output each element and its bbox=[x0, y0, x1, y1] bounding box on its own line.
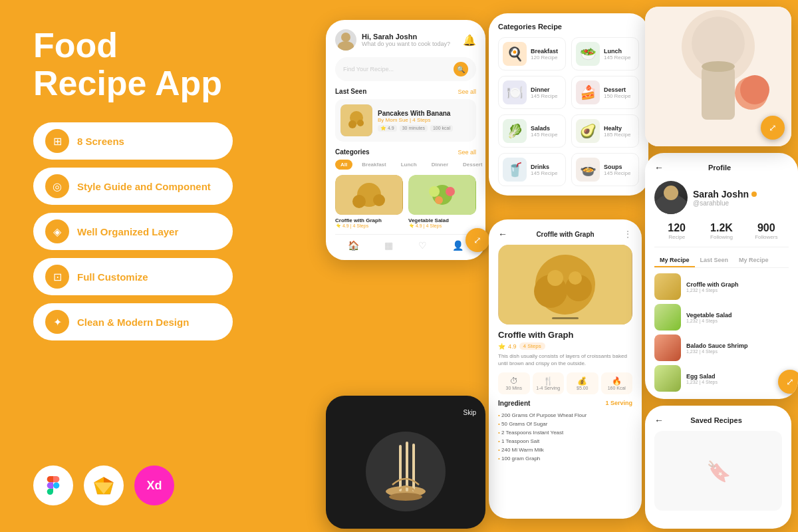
recipe-thumbnail bbox=[340, 104, 372, 136]
tab-last-seen[interactable]: Last Seen bbox=[695, 254, 734, 267]
categories-grid: 🍳 Breakfast120 Recipe 🥗 Lunch145 Recipe … bbox=[498, 37, 639, 186]
tab-dinner[interactable]: Dinner bbox=[426, 160, 454, 170]
cat-drinks-img: 🥤 bbox=[503, 158, 527, 182]
last-seen-card[interactable]: Pancakes With Banana By Mom Sue | 4 Step… bbox=[335, 99, 476, 142]
recipe-detail-name: Croffle with Graph bbox=[498, 330, 632, 340]
cat-salads[interactable]: 🥬 Salads145 Recipe bbox=[498, 114, 566, 148]
stat-followers: 900 Followers bbox=[744, 222, 789, 240]
mini-recipe-img-2 bbox=[654, 304, 681, 331]
categories-see-all[interactable]: See all bbox=[458, 149, 476, 156]
stat-time: ⏱ 30 Mins bbox=[498, 372, 530, 394]
categories-label: Categories bbox=[335, 148, 370, 156]
recipe-card-croffle[interactable]: Croffle with Graph ⭐ 4.9 | 4 Steps bbox=[335, 175, 403, 229]
back-button-detail[interactable]: ← bbox=[498, 229, 507, 239]
screen-categories: Categories Recipe 🍳 Breakfast120 Recipe … bbox=[489, 13, 648, 196]
screen-profile: ← Profile Sarah Joshn @sarahblue 120 Rec… bbox=[645, 153, 798, 399]
tab-my-recipe[interactable]: My Recipe bbox=[654, 254, 695, 267]
cat-lunch[interactable]: 🥗 Lunch145 Recipe bbox=[571, 37, 639, 70]
svg-rect-27 bbox=[399, 445, 402, 491]
time-badge: 30 minutes bbox=[400, 125, 428, 132]
back-button-saved[interactable]: ← bbox=[654, 415, 664, 426]
svg-rect-36 bbox=[702, 66, 735, 120]
cat-healthy-img: 🥑 bbox=[576, 119, 600, 143]
home-nav[interactable]: 🏠 bbox=[348, 240, 359, 251]
mini-recipe-2[interactable]: Vegetable Salad 1,232 | 4 Steps bbox=[654, 304, 789, 331]
ingredient-item: 200 Grams Of Purpose Wheat Flour bbox=[498, 411, 632, 420]
tab-lunch[interactable]: Lunch bbox=[396, 160, 422, 170]
onboarding-image bbox=[335, 423, 476, 519]
categories-tabs: All Breakfast Lunch Dinner Dessert bbox=[335, 160, 476, 170]
rating-badge: ⭐ 4.9 bbox=[378, 125, 397, 132]
tab-my-recipe2[interactable]: My Recipe bbox=[733, 254, 774, 267]
notification-icon[interactable]: 🔔 bbox=[463, 34, 476, 47]
ingredient-item: 2 Teaspoons Instant Yeast bbox=[498, 428, 632, 437]
app-title: Food Recipe App bbox=[33, 27, 286, 102]
detail-stats: ⏱ 30 Mins 🍴 1-4 Serving 💰 $5.00 🔥 160 Kc… bbox=[498, 372, 632, 394]
tab-all[interactable]: All bbox=[335, 160, 352, 170]
cat-drinks[interactable]: 🥤 Drinks145 Recipe bbox=[498, 153, 566, 186]
screen-detail: ← Croffle with Graph ⋮ Croffle with Grap… bbox=[489, 219, 642, 519]
feature-screens: ⊞ 8 Screens bbox=[33, 122, 233, 160]
saved-title: Saved Recipes bbox=[664, 416, 769, 424]
profile-nav[interactable]: 👤 bbox=[452, 240, 464, 251]
search-button[interactable]: 🔍 bbox=[454, 62, 468, 76]
online-indicator bbox=[751, 192, 757, 197]
categories-title: Categories Recipe bbox=[498, 23, 639, 31]
style-icon: ◎ bbox=[45, 174, 69, 198]
skip-button[interactable]: Skip bbox=[335, 409, 476, 416]
detail-rating: ⭐ 4.9 4 Steps bbox=[498, 342, 632, 350]
svg-point-32 bbox=[664, 186, 678, 200]
customize-icon: ⊡ bbox=[45, 265, 69, 289]
saved-content-area: 🔖 bbox=[654, 431, 782, 511]
profile-username: @sarahblue bbox=[693, 200, 757, 207]
screen-home: Hi, Sarah Joshn What do you want to cook… bbox=[326, 20, 485, 260]
heart-nav[interactable]: ♡ bbox=[418, 240, 427, 251]
cat-dinner[interactable]: 🍽️ Dinner145 Recipe bbox=[498, 76, 566, 109]
ingredient-list: 200 Grams Of Purpose Wheat Flour 50 Gram… bbox=[498, 411, 632, 463]
features-list: ⊞ 8 Screens ◎ Style Guide and Component … bbox=[33, 122, 286, 340]
stat-serving: 🍴 1-4 Serving bbox=[533, 372, 565, 394]
cat-soups[interactable]: 🍲 Soups145 Recipe bbox=[571, 153, 639, 186]
recipe-grid: Croffle with Graph ⭐ 4.9 | 4 Steps Veget… bbox=[335, 175, 476, 229]
ingredient-item: 100 gram Graph bbox=[498, 454, 632, 463]
right-panel: Hi, Sarah Joshn What do you want to cook… bbox=[319, 0, 798, 532]
grid-nav[interactable]: ▦ bbox=[384, 240, 393, 251]
stat-kcal: 🔥 160 Kcal bbox=[601, 372, 633, 394]
profile-name: Sarah Joshn bbox=[693, 189, 749, 200]
profile-user: Sarah Joshn @sarahblue bbox=[654, 181, 789, 214]
tool-icons: Xd bbox=[33, 466, 286, 505]
cat-dinner-img: 🍽️ bbox=[503, 80, 527, 104]
recipe-info: Pancakes With Banana By Mom Sue | 4 Step… bbox=[378, 110, 453, 132]
cat-dessert[interactable]: 🍰 Dessert150 Recipe bbox=[571, 76, 639, 109]
detail-description: This dish usually consists of layers of … bbox=[498, 352, 632, 367]
cat-salads-img: 🥬 bbox=[503, 119, 527, 143]
expand-button-home[interactable]: ⤢ bbox=[466, 228, 489, 252]
ingredient-item: 50 Grams Of Sugar bbox=[498, 420, 632, 428]
svg-point-8 bbox=[348, 120, 356, 128]
recipe-card-salad[interactable]: Vegetable Salad ⭐ 4.9 | 4 Steps bbox=[408, 175, 476, 229]
profile-stats: 120 Recipe 1.2K Following 900 Followers bbox=[654, 222, 789, 247]
search-bar[interactable]: Find Your Recipe... 🔍 bbox=[335, 57, 476, 81]
profile-title: Profile bbox=[664, 164, 775, 172]
cat-breakfast[interactable]: 🍳 Breakfast120 Recipe bbox=[498, 37, 566, 70]
mini-recipe-4[interactable]: Egg Salad 1,232 | 4 Steps bbox=[654, 365, 789, 392]
back-button-profile[interactable]: ← bbox=[654, 162, 664, 173]
svg-point-16 bbox=[429, 186, 440, 197]
tab-breakfast[interactable]: Breakfast bbox=[356, 160, 391, 170]
bottom-nav: 🏠 ▦ ♡ 👤 bbox=[335, 234, 476, 251]
tab-dessert[interactable]: Dessert bbox=[458, 160, 487, 170]
detail-hero-image bbox=[498, 245, 632, 325]
sketch-icon bbox=[84, 466, 124, 505]
expand-button-photo[interactable]: ⤢ bbox=[761, 116, 785, 140]
feature-design: ✦ Clean & Modern Design bbox=[33, 303, 233, 340]
left-panel: Food Recipe App ⊞ 8 Screens ◎ Style Guid… bbox=[0, 0, 319, 532]
cat-healthy[interactable]: 🥑 Healty185 Recipe bbox=[571, 114, 639, 148]
mini-recipe-1[interactable]: Croffle with Graph 1,232 | 4 Steps bbox=[654, 273, 789, 300]
cat-soups-img: 🍲 bbox=[576, 158, 600, 182]
expand-button-profile[interactable]: ⤢ bbox=[778, 370, 798, 394]
more-icon[interactable]: ⋮ bbox=[623, 229, 632, 239]
see-all-link[interactable]: See all bbox=[458, 88, 476, 95]
cat-lunch-img: 🥗 bbox=[576, 42, 600, 66]
mini-recipe-3[interactable]: Balado Sauce Shrimp 1,232 | 4 Steps bbox=[654, 334, 789, 361]
ingredient-item: 240 Ml Warm Milk bbox=[498, 446, 632, 454]
